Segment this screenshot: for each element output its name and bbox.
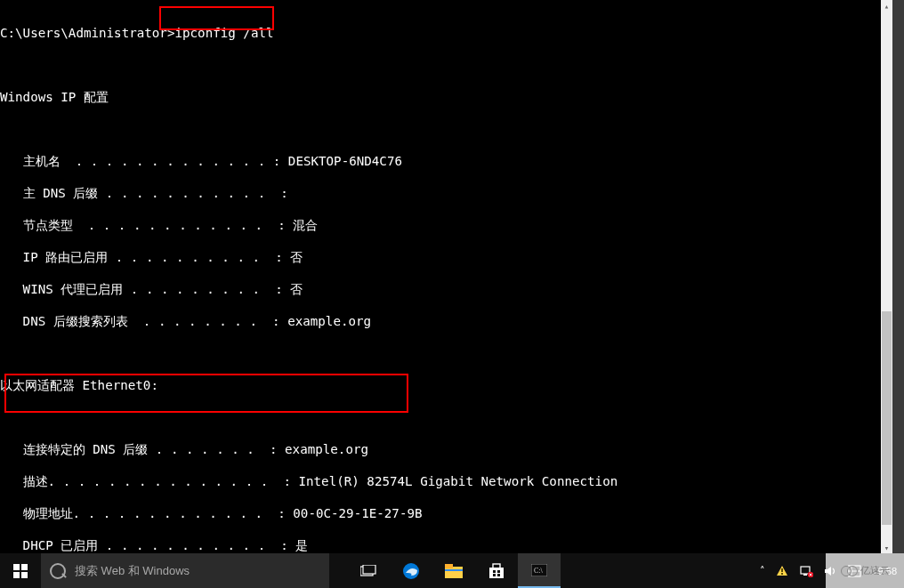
- scroll-down-button[interactable]: ▾: [881, 542, 892, 553]
- cmd-output[interactable]: C:\Users\Administrator>ipconfig /all Win…: [0, 0, 881, 553]
- taskbar-pinned-apps: C:\: [329, 553, 561, 588]
- file-explorer-button[interactable]: [432, 553, 475, 588]
- search-placeholder: 搜索 Web 和 Windows: [75, 563, 190, 579]
- cmd-taskbar-button[interactable]: C:\: [518, 553, 561, 588]
- folder-icon: [445, 564, 463, 578]
- cfg-wins-proxy: WINS 代理已启用 . . . . . . . . . : 否: [0, 281, 881, 297]
- security-warning-icon[interactable]: [776, 565, 789, 577]
- svg-text:C:\: C:\: [534, 567, 544, 575]
- svg-rect-10: [493, 574, 496, 576]
- start-button[interactable]: [0, 553, 41, 588]
- cmd-blank: [0, 409, 881, 425]
- network-error-icon[interactable]: [800, 565, 813, 577]
- svg-rect-4: [445, 564, 453, 568]
- adapter-header: 以太网适配器 Ethernet0:: [0, 377, 881, 393]
- cmd-blank: [0, 121, 881, 137]
- edge-browser-button[interactable]: [390, 553, 432, 588]
- cmd-section-header: Windows IP 配置: [0, 89, 881, 105]
- svg-rect-16: [801, 567, 810, 574]
- cfg-node-type: 节点类型 . . . . . . . . . . . . : 混合: [0, 217, 881, 233]
- cmd-prompt-prefix: C:\Users\Administrator>: [0, 26, 174, 40]
- cfg-primary-dns-suffix: 主 DNS 后缀 . . . . . . . . . . . :: [0, 185, 881, 201]
- svg-rect-6: [489, 568, 504, 578]
- adapter-dns-suffix: 连接特定的 DNS 后缀 . . . . . . . : example.org: [0, 441, 881, 457]
- cmd-blank: [0, 57, 881, 73]
- cmd-window: C:\Users\Administrator>ipconfig /all Win…: [0, 0, 892, 553]
- edge-icon: [402, 562, 420, 580]
- taskbar-search-input[interactable]: 搜索 Web 和 Windows: [41, 553, 329, 588]
- cmd-command: ipconfig /all: [174, 26, 273, 40]
- watermark: 亿速云: [826, 553, 904, 588]
- cfg-dns-suffix-list: DNS 后缀搜索列表 . . . . . . . . : example.org: [0, 313, 881, 329]
- adapter-description: 描述. . . . . . . . . . . . . . . : Intel(…: [0, 473, 881, 489]
- watermark-logo-icon: [841, 566, 857, 576]
- taskbar: 搜索 Web 和 Windows C:\ ˄ 19:58: [0, 553, 904, 588]
- task-view-icon: [360, 565, 376, 577]
- search-icon: [50, 563, 66, 579]
- svg-rect-14: [781, 568, 783, 572]
- svg-rect-1: [363, 565, 375, 574]
- vertical-scrollbar[interactable]: ▴ ▾: [881, 0, 892, 553]
- task-view-button[interactable]: [347, 553, 390, 588]
- adapter-physical-address: 物理地址. . . . . . . . . . . . . : 00-0C-29…: [0, 505, 881, 521]
- store-button[interactable]: [475, 553, 518, 588]
- watermark-text: 亿速云: [860, 564, 890, 577]
- cmd-icon: C:\: [531, 564, 547, 576]
- tray-overflow-button[interactable]: ˄: [760, 565, 765, 576]
- svg-rect-17: [803, 574, 807, 576]
- svg-rect-15: [781, 573, 783, 575]
- svg-rect-5: [445, 569, 463, 571]
- cmd-blank: [0, 345, 881, 361]
- svg-rect-8: [493, 570, 496, 573]
- windows-logo-icon: [13, 564, 28, 578]
- cmd-prompt-line: C:\Users\Administrator>ipconfig /all: [0, 25, 881, 41]
- scroll-thumb[interactable]: [882, 311, 892, 525]
- cfg-ip-routing: IP 路由已启用 . . . . . . . . . . : 否: [0, 249, 881, 265]
- adapter-dhcp-enabled: DHCP 已启用 . . . . . . . . . . . : 是: [0, 537, 881, 553]
- store-icon: [488, 563, 504, 579]
- scroll-up-button[interactable]: ▴: [881, 0, 892, 12]
- cfg-host-name: 主机名 . . . . . . . . . . . . . : DESKTOP-…: [0, 153, 881, 169]
- svg-rect-11: [497, 574, 500, 576]
- svg-rect-9: [497, 570, 500, 573]
